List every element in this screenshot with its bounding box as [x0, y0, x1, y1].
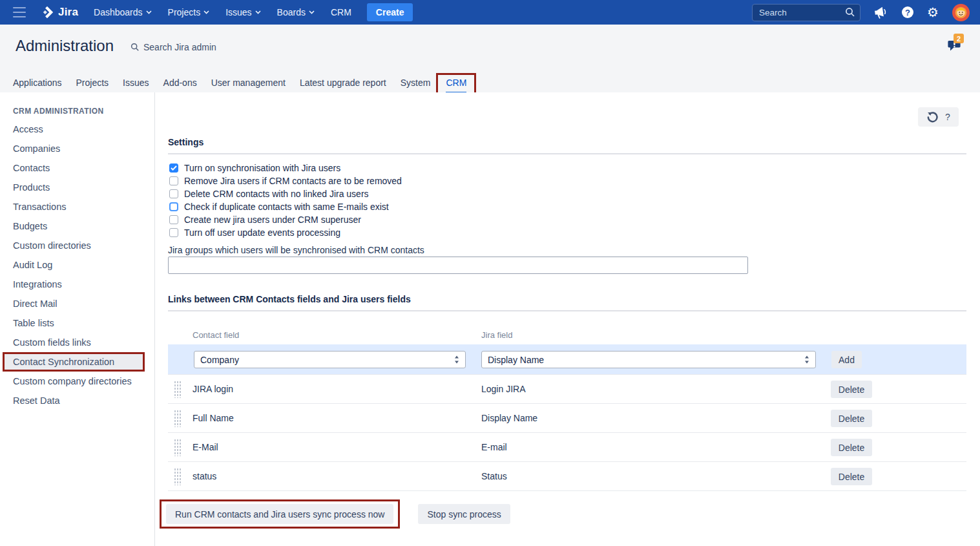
jira-field-value: Login JIRA	[481, 384, 525, 394]
search-icon	[845, 7, 855, 17]
nav-item-label: Boards	[277, 7, 306, 17]
checkbox-label: Create new jira users under CRM superuse…	[184, 215, 361, 225]
tab-crm[interactable]: CRM	[446, 78, 466, 94]
help-icon[interactable]: ?	[902, 6, 913, 18]
checkbox-label: Turn on synchronisation with Jira users	[184, 163, 340, 173]
settings-checkbox-list: Turn on synchronisation with Jira users …	[169, 162, 402, 239]
sidebar-item-budgets[interactable]: Budgets	[0, 216, 154, 236]
help-glyph: ?	[902, 6, 913, 18]
sidebar-item-transactions[interactable]: Transactions	[0, 197, 154, 216]
contact-field-value: E-Mail	[193, 442, 218, 452]
jira-logo-icon	[40, 5, 54, 19]
checkbox-label: Turn off user update events processing	[184, 227, 340, 238]
nav-item-projects[interactable]: Projects	[168, 7, 210, 17]
checkbox-delete-crm-contacts[interactable]	[169, 189, 178, 198]
tab-system[interactable]: System	[401, 73, 431, 88]
create-button[interactable]: Create	[367, 3, 413, 21]
nav-item-dashboards[interactable]: Dashboards	[94, 7, 152, 17]
nav-item-label: Dashboards	[94, 7, 143, 17]
run-sync-button[interactable]: Run CRM contacts and Jira users sync pro…	[166, 504, 393, 524]
column-header-contact-field: Contact field	[193, 330, 239, 340]
chevron-down-icon	[146, 10, 152, 14]
sidebar-item-access[interactable]: Access	[0, 120, 154, 139]
stop-sync-button[interactable]: Stop sync process	[418, 504, 510, 524]
sidebar-item-companies[interactable]: Companies	[0, 139, 154, 158]
contact-field-value: JIRA login	[193, 384, 233, 394]
drag-handle-icon[interactable]	[174, 410, 181, 427]
sidebar-item-custom-fields-links[interactable]: Custom fields links	[0, 333, 154, 352]
tab-addons[interactable]: Add-ons	[163, 73, 197, 88]
help-button[interactable]: ?	[945, 112, 950, 122]
settings-divider	[168, 153, 966, 154]
admin-search[interactable]: Search Jira admin	[130, 42, 216, 52]
sidebar-item-custom-company-directories[interactable]: Custom company directories	[0, 372, 154, 391]
announcement-icon[interactable]	[874, 6, 888, 19]
sidebar-item-contact-synchronization[interactable]: Contact Synchronization	[3, 352, 145, 372]
checkbox-row: Create new jira users under CRM superuse…	[169, 213, 402, 226]
checkbox-check-duplicates[interactable]	[169, 202, 178, 211]
refresh-icon	[926, 111, 939, 123]
sync-actions: Run CRM contacts and Jira users sync pro…	[155, 499, 510, 529]
jira-field-value: Status	[481, 471, 507, 481]
delete-button[interactable]: Delete	[831, 410, 872, 427]
sidebar-item-audit-log[interactable]: Audit Log	[0, 255, 154, 275]
jira-logo[interactable]: Jira	[40, 5, 78, 19]
contact-field-select-value: Company	[200, 355, 239, 365]
sidebar-item-table-lists[interactable]: Table lists	[0, 313, 154, 333]
jira-field-select-value: Display Name	[488, 355, 544, 365]
tab-user-management[interactable]: User management	[211, 73, 286, 88]
crm-admin-sidebar: CRM ADMINISTRATION Access Companies Cont…	[0, 92, 155, 546]
page: Jira Dashboards Projects Issues Boards C…	[0, 0, 980, 546]
refresh-button[interactable]	[926, 111, 939, 123]
delete-button[interactable]: Delete	[831, 468, 872, 485]
drag-handle-icon[interactable]	[174, 439, 181, 456]
sidebar-item-products[interactable]: Products	[0, 178, 154, 197]
jira-groups-label: Jira groups which users will be synchron…	[168, 245, 424, 255]
checkbox-row: Turn off user update events processing	[169, 226, 402, 239]
content-toolbar: ?	[918, 107, 959, 127]
chevron-down-icon	[309, 10, 315, 14]
delete-button[interactable]: Delete	[831, 439, 872, 456]
column-header-jira-field: Jira field	[481, 330, 512, 340]
sidebar-item-direct-mail[interactable]: Direct Mail	[0, 294, 154, 313]
nav-menu: Dashboards Projects Issues Boards CRM	[94, 7, 351, 17]
jira-groups-input[interactable]	[168, 257, 748, 274]
search-icon	[130, 43, 140, 52]
drag-handle-icon[interactable]	[174, 381, 181, 398]
contact-field-select[interactable]: Company	[194, 351, 466, 368]
new-link-row: Company Display Name Add	[168, 344, 966, 374]
drag-handle-icon[interactable]	[174, 468, 181, 485]
select-arrows-icon	[454, 355, 459, 364]
user-avatar[interactable]	[952, 4, 970, 21]
nav-item-boards[interactable]: Boards	[277, 7, 315, 17]
page-title: Administration	[16, 37, 114, 55]
notification-icon[interactable]: 2	[947, 39, 962, 52]
sidebar-item-custom-directories[interactable]: Custom directories	[0, 236, 154, 255]
select-arrows-icon	[804, 355, 809, 364]
nav-item-crm[interactable]: CRM	[331, 7, 351, 17]
checkbox-label: Delete CRM contacts with no linked Jira …	[184, 189, 369, 199]
sidebar-item-reset-data[interactable]: Reset Data	[0, 391, 154, 410]
checkbox-create-new-jira-users[interactable]	[169, 215, 178, 224]
nav-item-label: Issues	[225, 7, 251, 17]
links-table: JIRA login Login JIRA Delete Full Name D…	[168, 374, 966, 491]
checkbox-turn-off-user-update-events[interactable]	[169, 228, 178, 237]
contact-field-value: Full Name	[193, 413, 234, 423]
sidebar-item-contacts[interactable]: Contacts	[0, 158, 154, 178]
sidebar-item-integrations[interactable]: Integrations	[0, 275, 154, 294]
add-button[interactable]: Add	[831, 351, 862, 368]
checkbox-turn-on-sync[interactable]	[169, 163, 178, 173]
checkbox-remove-jira-users[interactable]	[169, 176, 178, 185]
navbar-right: ? ⚙	[752, 4, 970, 21]
search-input[interactable]	[752, 4, 860, 21]
hamburger-menu-icon[interactable]	[13, 7, 26, 17]
jira-field-select[interactable]: Display Name	[481, 351, 816, 368]
settings-gear-icon[interactable]: ⚙	[927, 6, 939, 19]
tab-applications[interactable]: Applications	[13, 73, 62, 88]
tab-latest-upgrade-report[interactable]: Latest upgrade report	[300, 73, 386, 88]
tab-projects[interactable]: Projects	[76, 73, 109, 88]
tab-issues[interactable]: Issues	[123, 73, 149, 88]
admin-search-label: Search Jira admin	[143, 42, 216, 52]
delete-button[interactable]: Delete	[831, 381, 872, 398]
nav-item-issues[interactable]: Issues	[225, 7, 260, 17]
